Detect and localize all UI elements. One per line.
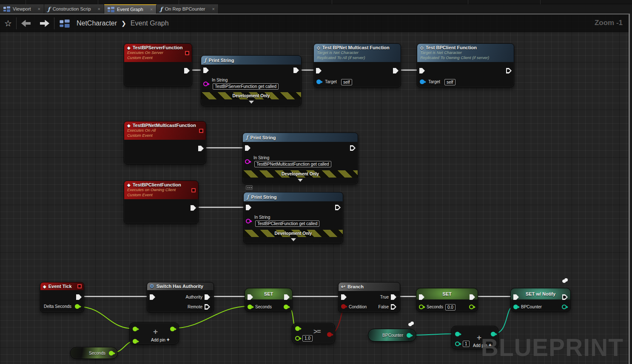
tab-event-graph[interactable]: Event Graph × <box>104 4 157 14</box>
exec-in-pin[interactable] <box>150 294 155 300</box>
development-only-banner: Development Only <box>244 230 343 237</box>
exec-out-pin[interactable] <box>198 146 204 151</box>
node-add-float[interactable]: + Add pin + <box>129 322 179 344</box>
target-pin[interactable] <box>316 79 321 84</box>
exec-in-pin[interactable] <box>316 68 322 73</box>
function-icon: ƒ <box>204 57 207 63</box>
exec-out-pin[interactable] <box>191 205 196 211</box>
seconds-in-pin[interactable] <box>248 305 252 309</box>
exec-in-pin[interactable] <box>246 205 251 210</box>
add-value[interactable]: 1 <box>463 341 470 347</box>
add-input-pin[interactable] <box>133 339 137 344</box>
exec-out-pin[interactable] <box>76 294 82 300</box>
seconds-out-pin[interactable] <box>284 305 288 309</box>
exec-in-pin[interactable] <box>341 294 347 300</box>
target-pin[interactable] <box>420 79 424 84</box>
close-tab-icon[interactable]: × <box>38 6 40 11</box>
bpcounter-getter-pin[interactable] <box>407 333 411 338</box>
exec-in-pin[interactable] <box>245 145 251 151</box>
bool-output-pin[interactable] <box>327 332 332 337</box>
in-string-value[interactable]: TestBPClientFunction get called <box>255 220 319 227</box>
exec-out-pin[interactable] <box>184 68 190 73</box>
target-value[interactable]: self <box>341 79 352 85</box>
exec-out-pin[interactable] <box>393 68 399 73</box>
back-arrow-icon[interactable] <box>21 20 31 27</box>
delegate-pin[interactable] <box>199 129 203 133</box>
delta-seconds-pin[interactable] <box>75 304 80 309</box>
tab-construction-script[interactable]: ƒ Construction Scrip × <box>44 4 104 14</box>
seconds-in-pin[interactable] <box>419 305 424 309</box>
node-set-w-notify-bpcounter[interactable]: SET w/ Notify BPCounter <box>510 288 571 312</box>
in-string-value[interactable]: TestBPNetMulticastFunction get called <box>254 161 331 167</box>
add-input-pin[interactable] <box>133 327 137 331</box>
forward-arrow-icon[interactable] <box>40 20 49 27</box>
node-test-bpclient-function[interactable]: ◇Test BPClient Function Target is Net Ch… <box>417 43 514 87</box>
add-pin-button[interactable]: Add pin + <box>151 337 170 343</box>
exec-out-pin[interactable] <box>335 205 341 210</box>
false-exec-out-pin[interactable] <box>391 304 396 310</box>
compare-value[interactable]: 1.0 <box>302 335 313 341</box>
node-switch-has-authority[interactable]: ⚙Switch Has Authority Authority Remote <box>147 282 214 313</box>
exec-out-pin[interactable] <box>350 145 356 151</box>
true-exec-out-pin[interactable] <box>391 294 396 300</box>
collapse-arrow-icon[interactable] <box>291 238 296 241</box>
node-greater-equal[interactable]: 1.0 >= <box>292 323 335 344</box>
node-testbpclientfunction-event[interactable]: ◈TestBPClientFunction Executes on Owning… <box>124 181 199 224</box>
in-string-pin[interactable] <box>203 82 208 86</box>
compare-input-pin[interactable] <box>295 336 300 341</box>
in-string-pin[interactable] <box>245 159 250 164</box>
seconds-out-pin[interactable] <box>469 305 474 309</box>
seconds-getter-pin[interactable] <box>109 351 114 356</box>
node-testbpserverfunction-event[interactable]: ◈TestBPServerFunction Executes On Server… <box>124 43 192 87</box>
bpcounter-in-pin[interactable] <box>513 305 518 309</box>
compare-input-pin[interactable] <box>295 326 300 331</box>
event-graph-canvas[interactable]: ◈TestBPServerFunction Executes On Server… <box>0 14 630 364</box>
favorite-star-icon[interactable]: ☆ <box>0 18 16 28</box>
delegate-pin[interactable] <box>191 188 196 192</box>
node-print-string-3[interactable]: ƒPrint String In String TestBPClientFunc… <box>243 192 343 244</box>
in-string-pin[interactable] <box>246 219 251 223</box>
delegate-pin[interactable] <box>77 284 82 288</box>
exec-in-pin[interactable] <box>203 68 209 73</box>
exec-out-pin[interactable] <box>293 68 299 73</box>
breadcrumb-blueprint-name[interactable]: NetCharacter <box>77 20 117 27</box>
node-header: ◈TestBPNetMulticastFunction Executes On … <box>124 121 206 140</box>
node-branch[interactable]: ↩Branch True Condition False <box>338 282 400 313</box>
in-string-value[interactable]: TestBPServerFunction get called <box>213 83 279 90</box>
close-tab-icon[interactable]: × <box>212 6 215 11</box>
node-title: Event Tick <box>48 284 72 289</box>
collapse-arrow-icon[interactable] <box>249 101 254 104</box>
tab-viewport[interactable]: Viewport × <box>0 4 44 14</box>
collapse-arrow-icon[interactable] <box>298 179 303 182</box>
node-event-tick[interactable]: ◈Event Tick Delta Seconds <box>40 282 84 313</box>
seconds-value[interactable]: 0.0 <box>445 304 455 310</box>
node-get-seconds[interactable]: Seconds <box>70 347 118 359</box>
close-tab-icon[interactable]: × <box>98 6 100 11</box>
tab-on-rep-bpcounter[interactable]: ƒ On Rep BPCounter × <box>157 4 219 14</box>
delegate-pin[interactable] <box>185 51 189 55</box>
add-input-pin[interactable] <box>455 341 460 346</box>
node-subtitle: Target is Net Character <box>420 50 511 55</box>
node-title: Switch Has Authority <box>157 284 203 289</box>
exec-out-pin[interactable] <box>506 68 512 73</box>
node-print-string-1[interactable]: ƒPrint String In String TestBPServerFunc… <box>201 55 302 106</box>
comment-bubble-icon[interactable] <box>246 185 253 190</box>
remote-exec-out-pin[interactable] <box>205 304 210 310</box>
add-input-pin[interactable] <box>455 332 460 336</box>
node-set-seconds-zero[interactable]: SET Seconds 0.0 <box>416 288 478 312</box>
node-print-string-2[interactable]: ƒPrint String In String TestBPNetMultica… <box>242 133 358 184</box>
target-value[interactable]: self <box>444 79 455 85</box>
bpcounter-out-pin[interactable] <box>562 305 567 309</box>
node-set-seconds[interactable]: SET Seconds <box>245 288 293 312</box>
add-output-pin[interactable] <box>170 327 175 331</box>
authority-exec-out-pin[interactable] <box>205 294 210 300</box>
node-header: SET w/ Notify <box>511 288 570 299</box>
node-get-bpcounter[interactable]: BPCounter <box>368 329 416 341</box>
close-tab-icon[interactable]: × <box>150 7 153 12</box>
condition-pin[interactable] <box>341 304 346 309</box>
event-diamond-icon: ◈ <box>43 284 46 289</box>
exec-in-pin[interactable] <box>419 68 425 73</box>
node-testbpnetmulticastfunction-event[interactable]: ◈TestBPNetMulticastFunction Executes On … <box>124 121 206 164</box>
node-test-bpnet-multicast-function[interactable]: ◇Test BPNet Multicast Function Target is… <box>313 43 401 87</box>
breadcrumb-graph-name[interactable]: Event Graph <box>131 20 169 27</box>
